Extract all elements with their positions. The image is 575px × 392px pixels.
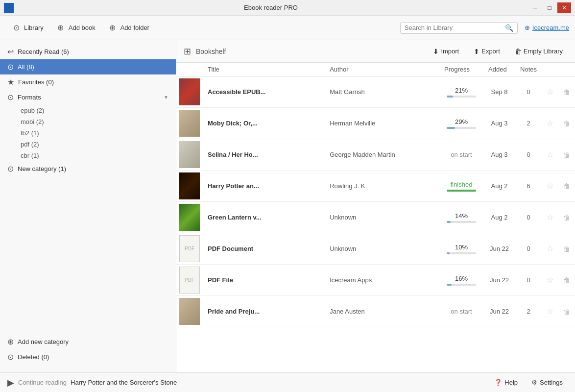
add-book-button[interactable]: ⊕ Add book xyxy=(50,20,100,36)
book-added-date: Jun 22 xyxy=(483,233,515,265)
book-title[interactable]: Pride and Preju... xyxy=(203,296,325,327)
book-author: Unknown xyxy=(325,233,439,265)
pdf-label: pdf (2) xyxy=(21,141,39,148)
sidebar-item-all[interactable]: ⊙ All (8) xyxy=(0,59,176,74)
table-row: PDFPDF DocumentUnknown10%Jun 220☆🗑 xyxy=(176,233,575,265)
table-row: Harry Potter an...Rowling J. K.finishedA… xyxy=(176,171,575,202)
book-progress: 29% xyxy=(439,108,483,139)
book-favorite-button[interactable]: ☆ xyxy=(542,265,558,296)
app-icon xyxy=(4,3,14,13)
progress-bar xyxy=(447,96,476,98)
book-notes[interactable]: 0 xyxy=(515,233,542,265)
book-cover-cell xyxy=(176,108,203,139)
sidebar-item-mobi[interactable]: mobi (2) xyxy=(0,116,176,127)
maximize-button[interactable]: □ xyxy=(543,2,556,13)
book-favorite-button[interactable]: ☆ xyxy=(542,233,558,265)
main-content: ↩ Recently Read (6) ⊙ All (8) ★ Favorite… xyxy=(0,40,575,372)
progress-bar xyxy=(447,252,476,254)
search-input[interactable] xyxy=(405,24,505,31)
book-title[interactable]: Green Lantern v... xyxy=(203,202,325,233)
epub-label: epub (2) xyxy=(21,107,44,114)
book-notes[interactable]: 0 xyxy=(515,76,542,108)
continue-reading-button[interactable]: ▶ Continue reading Harry Potter and the … xyxy=(7,377,177,388)
book-delete-button[interactable]: 🗑 xyxy=(558,265,575,296)
import-button[interactable]: ⬇ Import xyxy=(428,46,464,57)
book-notes[interactable]: 0 xyxy=(515,139,542,171)
empty-library-button[interactable]: 🗑 Empty Library xyxy=(510,46,568,57)
book-title[interactable]: PDF Document xyxy=(203,233,325,265)
book-notes[interactable]: 0 xyxy=(515,202,542,233)
book-progress: 10% xyxy=(439,233,483,265)
minimize-button[interactable]: ─ xyxy=(528,2,542,13)
table-row: Accessible EPUB...Matt Garrish21%Sep 80☆… xyxy=(176,76,575,108)
icecream-link[interactable]: ⊕ Icecream.me xyxy=(525,24,569,31)
sidebar-item-favorites[interactable]: ★ Favorites (0) xyxy=(0,74,176,90)
progress-fill xyxy=(447,127,455,129)
library-button[interactable]: ⊙ Library xyxy=(6,20,48,36)
continue-title: Harry Potter and the Sorcerer's Stone xyxy=(71,379,177,386)
icecream-icon: ⊕ xyxy=(525,24,530,31)
add-book-label: Add book xyxy=(69,24,96,31)
import-label: Import xyxy=(441,48,459,55)
cbr-label: cbr (1) xyxy=(21,152,39,159)
sidebar-item-cbr[interactable]: cbr (1) xyxy=(0,150,176,161)
book-title[interactable]: PDF File xyxy=(203,265,325,296)
deleted-label: Deleted (0) xyxy=(18,353,49,361)
table-row: Green Lantern v...Unknown14%Aug 20☆🗑 xyxy=(176,202,575,233)
sidebar-item-add-category[interactable]: ⊕ Add new category xyxy=(0,334,176,349)
book-delete-button[interactable]: 🗑 xyxy=(558,76,575,108)
deleted-icon: ⊙ xyxy=(7,352,14,362)
help-button[interactable]: ❓ Help xyxy=(489,377,523,388)
add-category-label: Add new category xyxy=(18,338,69,345)
book-notes[interactable]: 6 xyxy=(515,171,542,202)
book-notes[interactable]: 0 xyxy=(515,265,542,296)
search-icon[interactable]: 🔍 xyxy=(505,24,513,32)
sidebar-item-deleted[interactable]: ⊙ Deleted (0) xyxy=(0,349,176,365)
book-title[interactable]: Accessible EPUB... xyxy=(203,76,325,108)
book-title[interactable]: Harry Potter an... xyxy=(203,171,325,202)
book-cover-cell xyxy=(176,139,203,171)
book-notes[interactable]: 2 xyxy=(515,296,542,327)
book-favorite-button[interactable]: ☆ xyxy=(542,296,558,327)
book-delete-button[interactable]: 🗑 xyxy=(558,171,575,202)
book-notes[interactable]: 2 xyxy=(515,108,542,139)
sidebar-item-fb2[interactable]: fb2 (1) xyxy=(0,127,176,139)
progress-text: on start xyxy=(451,308,472,315)
sidebar-item-formats[interactable]: ⊙ Formats ▼ xyxy=(0,90,176,105)
progress-bar xyxy=(447,221,476,223)
book-favorite-button[interactable]: ☆ xyxy=(542,76,558,108)
window-title: Ebook reader PRO xyxy=(14,4,528,11)
main-toolbar: ⊙ Library ⊕ Add book ⊕ Add folder 🔍 ⊕ Ic… xyxy=(0,16,575,40)
favorites-label: Favorites (0) xyxy=(18,78,54,86)
sidebar-item-recently-read[interactable]: ↩ Recently Read (6) xyxy=(0,44,176,59)
book-delete-button[interactable]: 🗑 xyxy=(558,296,575,327)
close-button[interactable]: ✕ xyxy=(557,2,571,13)
book-progress: 21% xyxy=(439,76,483,108)
add-folder-button[interactable]: ⊕ Add folder xyxy=(102,20,154,36)
sidebar-item-pdf[interactable]: pdf (2) xyxy=(0,139,176,150)
book-favorite-button[interactable]: ☆ xyxy=(542,171,558,202)
table-row: Selina / Her Ho...George Madden Martinon… xyxy=(176,139,575,171)
book-favorite-button[interactable]: ☆ xyxy=(542,139,558,171)
book-delete-button[interactable]: 🗑 xyxy=(558,108,575,139)
grid-view-icon[interactable]: ⊞ xyxy=(184,46,191,57)
add-folder-icon: ⊕ xyxy=(107,23,118,33)
progress-fill xyxy=(447,190,476,192)
book-delete-button[interactable]: 🗑 xyxy=(558,233,575,265)
book-title[interactable]: Moby Dick; Or,... xyxy=(203,108,325,139)
library-icon: ⊙ xyxy=(11,23,22,33)
book-cover xyxy=(179,298,200,325)
export-button[interactable]: ⬆ Export xyxy=(469,46,505,57)
sidebar-item-new-category[interactable]: ⊙ New category (1) xyxy=(0,161,176,176)
book-delete-button[interactable]: 🗑 xyxy=(558,202,575,233)
table-row: Moby Dick; Or,...Herman Melville29%Aug 3… xyxy=(176,108,575,139)
sidebar-item-epub[interactable]: epub (2) xyxy=(0,105,176,116)
export-icon: ⬆ xyxy=(474,48,479,55)
export-label: Export xyxy=(481,48,500,55)
book-favorite-button[interactable]: ☆ xyxy=(542,202,558,233)
book-delete-button[interactable]: 🗑 xyxy=(558,139,575,171)
book-favorite-button[interactable]: ☆ xyxy=(542,108,558,139)
content-area: ⊞ Bookshelf ⬇ Import ⬆ Export 🗑 Empty Li… xyxy=(176,40,575,372)
book-title[interactable]: Selina / Her Ho... xyxy=(203,139,325,171)
settings-button[interactable]: ⚙ Settings xyxy=(527,377,568,388)
